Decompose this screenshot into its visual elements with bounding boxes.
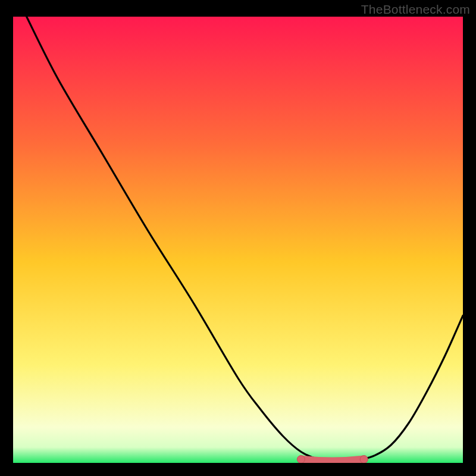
- trough-marker: [301, 459, 364, 461]
- watermark-text: TheBottleneck.com: [361, 2, 470, 17]
- trough-endpoint-left: [297, 456, 305, 464]
- gradient-panel: [13, 17, 463, 463]
- bottleneck-curve-chart: [13, 17, 463, 463]
- chart-frame: [13, 17, 463, 463]
- trough-endpoint-right: [360, 456, 368, 464]
